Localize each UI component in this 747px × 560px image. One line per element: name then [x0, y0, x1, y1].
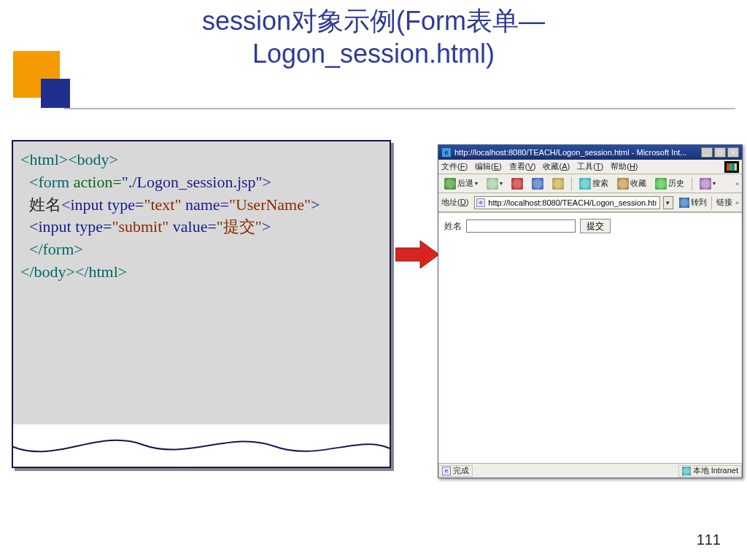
- slide-title: session对象示例(Form表单— Logon_session.html): [0, 4, 747, 70]
- code-l2b: action=: [74, 173, 122, 191]
- code-l4b: "submit": [112, 217, 169, 236]
- address-field-wrap: e: [474, 196, 660, 209]
- home-button[interactable]: [549, 176, 567, 191]
- go-icon: [679, 198, 689, 208]
- code-l4c: value=: [169, 217, 217, 236]
- search-icon: [579, 178, 591, 190]
- arrow-icon: [395, 241, 439, 268]
- code-l3e: "UserName": [229, 195, 311, 214]
- status-done-text: 完成: [453, 465, 469, 476]
- browser-window: e http://localhost:8080/TEACH/Logon_sess…: [438, 144, 743, 478]
- toolbar: 后退▾ ▾ 搜索 收藏 历史 ▾ »: [438, 174, 742, 193]
- refresh-icon: [532, 178, 543, 190]
- toolbar-separator: [692, 177, 692, 190]
- code-l4e: >: [262, 217, 271, 236]
- page-content: 姓名 提交: [438, 212, 742, 463]
- address-bar: 地址(D) e ▾ 转到 链接 »: [438, 193, 742, 212]
- addr-overflow[interactable]: »: [735, 199, 739, 206]
- go-label: 转到: [691, 197, 707, 208]
- title-line-2: Logon_session.html): [252, 39, 495, 69]
- toolbar-overflow[interactable]: »: [735, 180, 739, 187]
- forward-icon: [487, 178, 498, 190]
- maximize-button[interactable]: □: [714, 147, 726, 158]
- code-l4a: <input type=: [29, 217, 112, 236]
- go-button[interactable]: 转到: [679, 197, 707, 208]
- stop-icon: [511, 178, 523, 190]
- menu-file[interactable]: 文件(F): [441, 161, 468, 172]
- address-input[interactable]: [487, 198, 658, 208]
- addr-separator: [711, 196, 712, 209]
- code-l4d: "提交": [217, 217, 262, 236]
- done-page-icon: e: [442, 467, 451, 475]
- menu-view[interactable]: 查看(V): [509, 161, 536, 172]
- favorites-label: 收藏: [630, 178, 646, 189]
- history-icon: [655, 178, 667, 190]
- history-label: 历史: [668, 178, 684, 189]
- windows-logo-icon: [724, 161, 739, 173]
- ie-icon: e: [441, 147, 452, 158]
- minimize-button[interactable]: _: [701, 147, 713, 158]
- search-label: 搜索: [592, 178, 608, 189]
- status-zone: 本地 Intranet: [678, 465, 742, 477]
- submit-button[interactable]: 提交: [580, 219, 611, 233]
- back-label: 后退: [457, 178, 473, 189]
- code-l2a: <form: [29, 173, 74, 191]
- menu-tools[interactable]: 工具(T): [577, 161, 603, 172]
- address-dropdown[interactable]: ▾: [663, 196, 673, 209]
- menu-help[interactable]: 帮助(H): [611, 161, 638, 172]
- decoration-horizontal-line: [64, 108, 735, 109]
- page-icon: e: [476, 198, 485, 207]
- stop-button[interactable]: [508, 176, 526, 191]
- status-bar: e 完成 本地 Intranet: [438, 463, 742, 478]
- torn-edge: [12, 424, 391, 468]
- close-button[interactable]: ×: [727, 147, 739, 158]
- favorites-icon: [617, 178, 629, 190]
- username-input[interactable]: [466, 219, 576, 233]
- mail-button[interactable]: ▾: [697, 176, 719, 191]
- back-icon: [444, 178, 456, 190]
- code-panel: <html><body> <form action="./Logon_sessi…: [12, 140, 391, 468]
- status-done: e 完成: [438, 465, 473, 477]
- refresh-button[interactable]: [529, 176, 546, 191]
- code-l3f: >: [311, 195, 320, 214]
- code-l6: </body></html>: [20, 262, 127, 281]
- menu-edit[interactable]: 编辑(E): [475, 161, 502, 172]
- window-title: http://localhost:8080/TEACH/Logon_sessio…: [454, 148, 701, 157]
- menu-bar: 文件(F) 编辑(E) 查看(V) 收藏(A) 工具(T) 帮助(H): [438, 160, 742, 174]
- links-label[interactable]: 链接: [716, 197, 732, 208]
- status-zone-text: 本地 Intranet: [693, 465, 738, 476]
- code-l3d: name=: [181, 195, 229, 214]
- back-button[interactable]: 后退▾: [441, 176, 481, 191]
- code-l5: </form>: [29, 240, 83, 258]
- history-button[interactable]: 历史: [652, 176, 687, 191]
- home-icon: [552, 178, 564, 190]
- forward-button[interactable]: ▾: [484, 176, 506, 191]
- address-label: 地址(D): [441, 197, 468, 208]
- code-l3c: "text": [144, 195, 181, 214]
- zone-icon: [682, 467, 691, 475]
- search-button[interactable]: 搜索: [576, 176, 611, 191]
- favorites-button[interactable]: 收藏: [614, 176, 649, 191]
- toolbar-separator: [571, 177, 572, 190]
- title-line-1: session对象示例(Form表单—: [202, 6, 545, 36]
- mail-icon: [700, 178, 711, 190]
- decoration-blue-square: [41, 79, 70, 108]
- window-titlebar: e http://localhost:8080/TEACH/Logon_sess…: [438, 145, 742, 160]
- page-number: 111: [697, 532, 721, 548]
- form-label-name: 姓名: [444, 220, 462, 233]
- code-l1: <html><body>: [20, 150, 118, 168]
- code-l2c: "./Logon_session.jsp">: [122, 173, 271, 191]
- menu-favorites[interactable]: 收藏(A): [543, 161, 570, 172]
- code-l3b: <input type=: [61, 195, 144, 214]
- code-l3a: 姓名: [29, 195, 61, 214]
